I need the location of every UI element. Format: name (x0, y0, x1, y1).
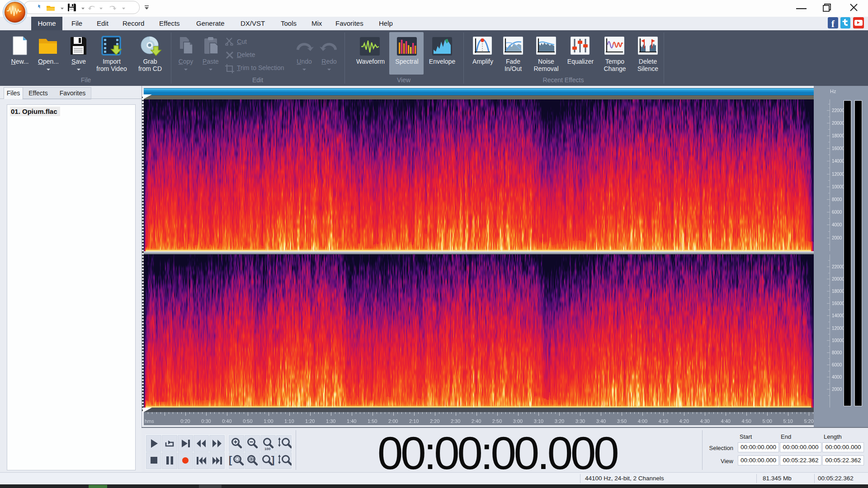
svg-text:]: ] (271, 454, 274, 465)
svg-text:100: 100 (264, 447, 271, 451)
svg-text:[: [ (229, 454, 232, 465)
